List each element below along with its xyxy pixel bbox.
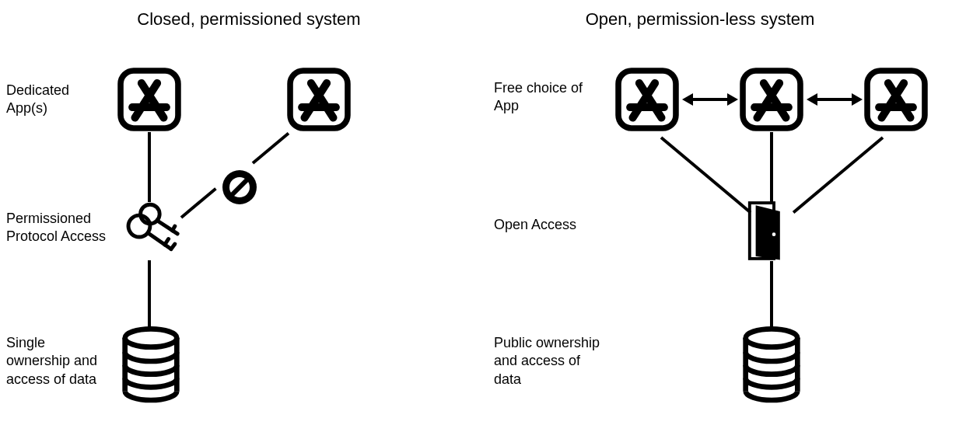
connector-line [180,187,217,218]
connector-line [148,260,151,330]
right-row3-label: Public ownership and access of data [494,334,611,388]
app-store-icon [739,67,804,132]
svg-line-14 [173,226,175,231]
connector-line [793,136,884,213]
connector-line [660,136,751,213]
app-store-icon [614,67,680,132]
svg-point-23 [167,383,171,387]
left-row2-label: Permissioned Protocol Access [6,210,107,246]
left-title: Closed, permissioned system [128,9,369,30]
connector-line [770,261,773,331]
svg-point-38 [772,232,776,236]
svg-point-22 [167,370,171,374]
right-row1-label: Free choice of App [494,79,587,116]
left-row1-label: Dedicated App(s) [6,82,100,118]
database-icon [118,326,184,404]
open-door-icon [747,200,790,261]
svg-point-39 [746,329,798,347]
connector-line [770,132,773,202]
keys-icon [121,198,185,262]
app-store-icon [117,67,182,132]
prohibited-icon [220,168,259,207]
database-icon [739,326,804,404]
right-row2-label: Open Access [494,216,587,234]
svg-point-21 [167,357,171,361]
left-row3-label: Single ownership and access of data [6,334,107,388]
svg-point-43 [788,370,792,374]
svg-point-18 [125,329,177,347]
connector-line [252,132,290,165]
svg-point-44 [788,383,792,387]
app-store-icon [863,67,929,132]
app-store-icon [286,67,352,132]
connector-line [148,132,151,202]
right-title: Open, permission-less system [560,9,840,30]
double-arrow-icon [816,98,853,101]
svg-marker-37 [756,205,780,260]
svg-line-12 [171,244,175,249]
svg-point-42 [788,357,792,361]
double-arrow-icon [691,98,729,101]
svg-line-11 [165,239,169,244]
